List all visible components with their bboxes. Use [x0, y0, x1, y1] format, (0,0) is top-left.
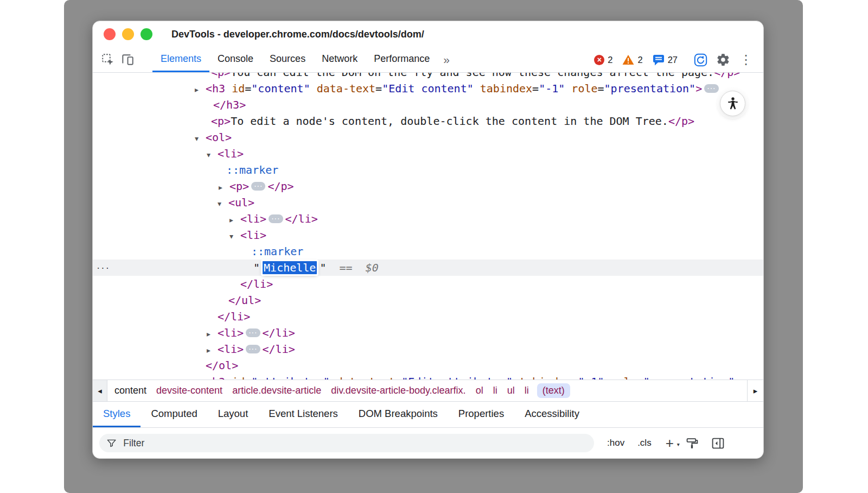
- warnings-badge[interactable]: 2: [622, 54, 642, 65]
- code-token-eqp: =: [598, 82, 604, 95]
- dom-tree-row[interactable]: ▾<li>: [93, 146, 763, 162]
- dom-tree-row[interactable]: </h3>: [93, 97, 763, 113]
- code-token-marker: ::marker: [226, 163, 278, 176]
- collapse-arrow-icon[interactable]: ▾: [207, 147, 218, 163]
- gear-icon: [716, 53, 730, 67]
- code-token-tag: <li>: [218, 343, 244, 356]
- collapse-arrow-icon[interactable]: ▾: [218, 195, 228, 212]
- breadcrumb-item[interactable]: ol: [476, 385, 483, 396]
- styles-filter-input[interactable]: [122, 437, 587, 450]
- screen-paint-button[interactable]: [686, 437, 699, 450]
- dom-tree-row[interactable]: ▾<ol>: [93, 129, 763, 146]
- dom-tree-row[interactable]: ▾<ul>: [93, 194, 763, 211]
- dom-tree-row[interactable]: </ul>: [93, 292, 763, 308]
- code-token-tag: </p>: [668, 115, 694, 128]
- warning-icon: [622, 54, 634, 65]
- code-token-tag: </li>: [240, 277, 273, 290]
- more-tabs-button[interactable]: »: [443, 53, 450, 66]
- expand-arrow-icon[interactable]: ▸: [195, 81, 206, 98]
- dom-tree-row[interactable]: ▸<li>···</li>: [93, 341, 763, 357]
- breadcrumb-item[interactable]: article.devsite-article: [232, 385, 321, 396]
- breadcrumb-forward-button[interactable]: ▸: [747, 380, 763, 401]
- expand-arrow-icon[interactable]: ▸: [229, 212, 240, 228]
- panel-tab-dom-breakpoints[interactable]: DOM Breakpoints: [348, 402, 448, 427]
- inline-expand-button[interactable]: ···: [246, 328, 260, 337]
- dom-tree-row[interactable]: ▸<p>···</p>: [93, 178, 763, 194]
- device-toolbar-button[interactable]: [118, 50, 137, 69]
- code-token-tag: <h3: [206, 375, 225, 380]
- tab-sources[interactable]: Sources: [261, 47, 314, 72]
- sync-button[interactable]: [691, 50, 710, 69]
- breadcrumb-item[interactable]: div.devsite-article-body.clearfix.: [331, 385, 465, 396]
- element-classes-button[interactable]: .cls: [637, 438, 652, 448]
- inline-expand-button[interactable]: ···: [269, 214, 283, 223]
- toggle-element-state-button[interactable]: :hov: [607, 438, 624, 448]
- breadcrumb-item[interactable]: (text): [537, 383, 570, 398]
- dom-tree-row[interactable]: ::marker: [93, 243, 763, 260]
- code-token-val: "content": [251, 82, 310, 95]
- breadcrumb-item[interactable]: ul: [507, 385, 515, 396]
- inline-expand-button[interactable]: ···: [251, 182, 265, 191]
- tab-console[interactable]: Console: [209, 47, 261, 72]
- breadcrumb-back-button[interactable]: ◂: [93, 380, 107, 401]
- dom-tree-row[interactable]: ▸<li>···</li>: [93, 211, 763, 227]
- inspect-element-button[interactable]: [98, 50, 118, 69]
- expand-arrow-icon[interactable]: ▸: [195, 375, 206, 380]
- dom-tree-row[interactable]: ▾<li>: [93, 227, 763, 243]
- dom-tree-row[interactable]: ▸<li>···</li>: [93, 325, 763, 341]
- dom-tree-row[interactable]: <p>To edit a node's content, double-clic…: [93, 113, 763, 129]
- code-token-val: "Edit content": [382, 82, 474, 95]
- expand-arrow-icon[interactable]: ▸: [207, 326, 218, 342]
- dom-tree-row[interactable]: ▸<h3 id="attributes" data-text="Edit att…: [93, 374, 763, 380]
- breadcrumb-item[interactable]: li: [525, 385, 529, 396]
- breadcrumb-list: contentdevsite-contentarticle.devsite-ar…: [107, 383, 747, 398]
- dom-tree-row[interactable]: <p>You can edit the DOM on the fly and s…: [93, 73, 763, 80]
- panel-tab-event-listeners[interactable]: Event Listeners: [258, 402, 348, 427]
- accessibility-overlay-button[interactable]: [720, 91, 745, 116]
- tab-performance[interactable]: Performance: [366, 47, 438, 72]
- panel-toggle-button[interactable]: [711, 437, 725, 450]
- tab-elements[interactable]: Elements: [152, 47, 209, 72]
- code-token-val: "presentation": [643, 375, 735, 380]
- maximize-window-button[interactable]: [141, 28, 152, 40]
- panel-tab-computed[interactable]: Computed: [141, 402, 207, 427]
- panel-tab-styles[interactable]: Styles: [93, 402, 141, 427]
- issues-badge[interactable]: 27: [653, 54, 678, 66]
- breadcrumb-item[interactable]: content: [114, 385, 146, 396]
- code-token-val: "Edit attributes": [401, 375, 513, 380]
- breadcrumb-item[interactable]: li: [493, 385, 497, 396]
- collapse-arrow-icon[interactable]: ▾: [229, 228, 240, 244]
- panel-tab-layout[interactable]: Layout: [208, 402, 259, 427]
- panel-tabs: StylesComputedLayoutEvent ListenersDOM B…: [93, 401, 763, 427]
- errors-badge[interactable]: × 2: [594, 55, 612, 65]
- code-token-marker: ::marker: [251, 245, 303, 258]
- kebab-menu-button[interactable]: ⋮: [736, 50, 756, 69]
- dom-tree-row[interactable]: ::marker: [93, 162, 763, 178]
- inline-expand-button[interactable]: ···: [246, 345, 260, 353]
- minimize-window-button[interactable]: [122, 28, 134, 40]
- close-window-button[interactable]: [104, 28, 116, 40]
- expand-arrow-icon[interactable]: ▸: [207, 342, 218, 358]
- settings-gear-button[interactable]: [713, 50, 733, 69]
- new-style-rule-button[interactable]: +▾: [666, 438, 674, 448]
- tab-network[interactable]: Network: [314, 47, 366, 72]
- code-token-tag: <li>: [240, 229, 266, 242]
- text-node-edit-box[interactable]: Michelle: [263, 261, 317, 274]
- code-token-tag: </h3>: [213, 98, 246, 111]
- breadcrumb-item[interactable]: devsite-content: [156, 385, 222, 396]
- collapse-arrow-icon[interactable]: ▾: [195, 130, 206, 147]
- panel-tab-accessibility[interactable]: Accessibility: [514, 402, 590, 427]
- code-token-tag: <ul>: [228, 196, 254, 209]
- dom-tree-row[interactable]: </li>: [93, 276, 763, 292]
- dom-tree-row[interactable]: </li>: [93, 308, 763, 325]
- code-token-text: You can edit the DOM on the fly and see …: [231, 73, 714, 79]
- code-token-attr: data-text: [330, 375, 395, 380]
- inline-expand-button[interactable]: ···: [704, 84, 718, 93]
- dom-tree-row[interactable]: </ol>: [93, 357, 763, 374]
- panel-tab-properties[interactable]: Properties: [448, 402, 514, 427]
- code-token-tag: </p>: [714, 73, 740, 79]
- expand-arrow-icon[interactable]: ▸: [219, 179, 229, 195]
- filter-funnel-icon: [106, 438, 117, 448]
- dom-tree-row[interactable]: ▸<h3 id="content" data-text="Edit conten…: [93, 80, 763, 97]
- dom-tree-row[interactable]: ···"Michelle" == $0: [93, 260, 763, 276]
